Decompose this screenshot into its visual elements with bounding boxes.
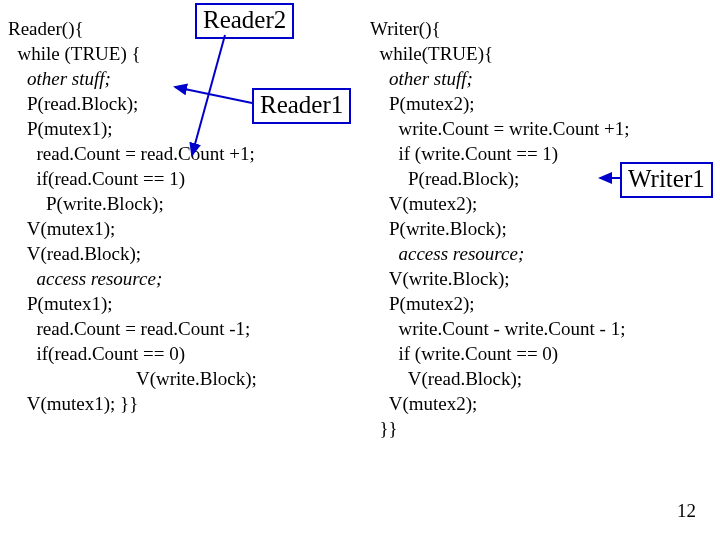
svg-line-1 <box>175 87 252 103</box>
arrow-reader2 <box>0 0 720 540</box>
slide-number: 12 <box>677 500 696 522</box>
svg-line-0 <box>192 35 225 155</box>
